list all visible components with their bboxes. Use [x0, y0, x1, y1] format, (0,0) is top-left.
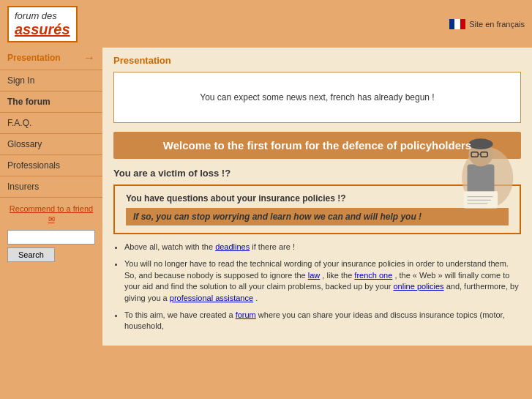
- figure-area: [441, 124, 521, 214]
- bullet3-before: To this aim, we have created a: [124, 310, 236, 319]
- bullet2-end: .: [255, 294, 258, 302]
- online-policies-link[interactable]: online policies: [393, 282, 443, 291]
- recommend-box: Recommend to a friend ✉: [7, 204, 95, 224]
- deadlines-link[interactable]: deadlines: [215, 242, 250, 251]
- recommend-link[interactable]: Recommend to a friend ✉: [10, 204, 93, 223]
- header: forum des assurés Site en français: [0, 0, 532, 48]
- sidebar-divider-7: [0, 197, 102, 198]
- search-input[interactable]: [7, 230, 95, 245]
- search-box: Search: [7, 230, 95, 262]
- bullet1-text-after: if there are !: [252, 242, 295, 251]
- email-icon: ✉: [48, 215, 55, 223]
- recommend-label: Recommend to a friend: [10, 204, 93, 213]
- logo-top-text: forum des: [15, 10, 70, 21]
- french-flag-icon: [449, 19, 465, 29]
- svg-line-7: [474, 161, 478, 165]
- sidebar-item-glossary[interactable]: Glossary: [0, 135, 102, 153]
- bullet2-mid1: , like the: [322, 271, 354, 280]
- sidebar-item-professionals[interactable]: Professionals: [0, 157, 102, 174]
- list-item: To this aim, we have created a forum whe…: [124, 310, 521, 332]
- french-one-link[interactable]: french one: [354, 271, 392, 280]
- person-illustration: [444, 124, 517, 212]
- arrow-right-icon: →: [83, 51, 95, 64]
- svg-point-3: [468, 138, 492, 149]
- law-link[interactable]: law: [308, 271, 321, 280]
- sidebar-item-signin[interactable]: Sign In: [0, 72, 102, 89]
- search-button[interactable]: Search: [7, 247, 55, 262]
- logo[interactable]: forum des assurés: [7, 6, 78, 42]
- language-selector[interactable]: Site en français: [449, 19, 525, 29]
- content-area: Presentation You can expect some news ne…: [102, 48, 532, 346]
- news-text: You can expect some news next, french ha…: [200, 92, 434, 102]
- sidebar: Presentation → Sign In The forum F.A.Q. …: [0, 48, 102, 346]
- sidebar-divider-1: [0, 70, 102, 70]
- sidebar-divider-3: [0, 112, 102, 113]
- sidebar-item-faq[interactable]: F.A.Q.: [0, 114, 102, 132]
- sidebar-divider-5: [0, 154, 102, 155]
- sidebar-item-forum[interactable]: The forum: [0, 93, 102, 111]
- svg-rect-8: [464, 191, 498, 208]
- sidebar-divider-4: [0, 133, 102, 134]
- bullet1-text-before: Above all, watch with the: [124, 242, 215, 251]
- news-box: You can expect some news next, french ha…: [113, 72, 521, 123]
- page-title: Presentation: [113, 55, 521, 66]
- svg-rect-1: [468, 164, 495, 195]
- logo-bottom-text: assurés: [15, 21, 70, 38]
- sidebar-divider-6: [0, 176, 102, 176]
- sidebar-item-presentation[interactable]: Presentation →: [0, 48, 102, 68]
- sidebar-presentation-label: Presentation: [7, 53, 61, 63]
- professional-assistance-link[interactable]: professional assistance: [170, 294, 253, 302]
- bullet-list: Above all, watch with the deadlines if t…: [124, 242, 521, 332]
- lang-link-text[interactable]: Site en français: [469, 20, 525, 29]
- forum-link[interactable]: forum: [236, 310, 256, 319]
- list-item: You will no longer have to read the tech…: [124, 258, 521, 304]
- sidebar-item-insurers[interactable]: Insurers: [0, 178, 102, 195]
- list-item: Above all, watch with the deadlines if t…: [124, 242, 521, 253]
- sidebar-divider-2: [0, 91, 102, 92]
- main-layout: Presentation → Sign In The forum F.A.Q. …: [0, 48, 532, 346]
